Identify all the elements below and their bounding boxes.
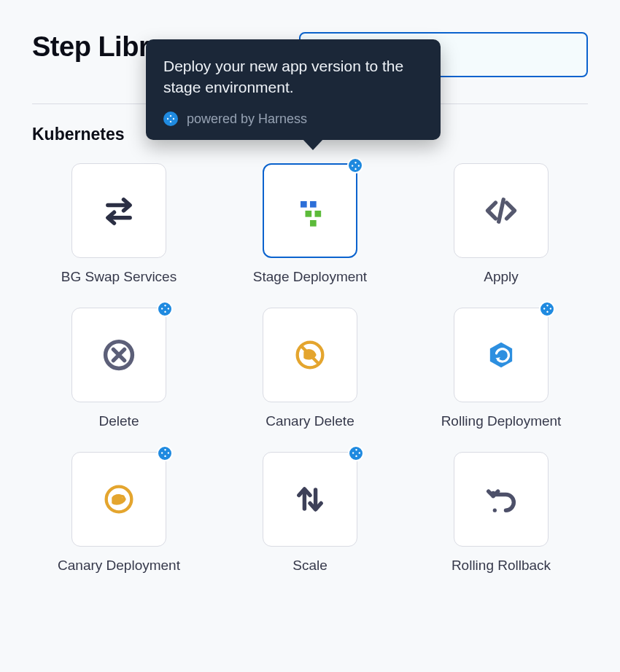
svg-rect-0 [354, 162, 356, 164]
tooltip-text: Deploy your new app version to the stage… [163, 55, 423, 98]
harness-badge-icon [157, 301, 173, 317]
step-card[interactable] [71, 163, 166, 258]
svg-rect-16 [546, 311, 548, 313]
step-card[interactable] [263, 452, 357, 547]
step-card[interactable] [71, 308, 166, 402]
step-card[interactable] [263, 163, 357, 258]
step-label: Scale [292, 557, 328, 574]
step-label: Apply [484, 268, 519, 286]
step-card[interactable] [454, 163, 549, 258]
tooltip-arrow-icon [302, 138, 324, 150]
rollback-icon [481, 479, 522, 520]
harness-badge-icon [157, 445, 173, 461]
step-label: Rolling Deployment [441, 413, 562, 430]
svg-rect-30 [170, 115, 172, 117]
svg-rect-8 [310, 220, 317, 227]
step-card[interactable] [71, 452, 166, 547]
svg-rect-21 [161, 452, 163, 454]
step-label: Rolling Rollback [452, 557, 551, 574]
canary-icon [98, 479, 139, 520]
svg-rect-25 [354, 449, 357, 451]
step-item-rolling-deployment: Rolling Deployment [414, 308, 588, 430]
step-item-canary-deployment: Canary Deployment [32, 452, 206, 574]
svg-rect-18 [549, 308, 551, 310]
svg-rect-32 [167, 118, 168, 120]
grid-icon [290, 190, 330, 231]
circle-x-icon [98, 335, 139, 375]
svg-rect-15 [546, 305, 548, 307]
svg-rect-28 [358, 452, 360, 454]
step-card[interactable] [454, 308, 549, 402]
svg-rect-7 [315, 211, 322, 217]
svg-rect-1 [354, 168, 356, 170]
step-library-page: Step Library Kubernetes BG Swap Services [0, 0, 620, 574]
step-item-scale: Scale [223, 452, 397, 574]
svg-rect-19 [163, 449, 166, 451]
step-item-delete: Delete [32, 308, 206, 430]
svg-rect-31 [170, 121, 172, 122]
svg-rect-12 [167, 308, 169, 310]
harness-badge-icon [163, 112, 178, 126]
svg-rect-17 [543, 308, 546, 310]
svg-rect-27 [352, 452, 354, 454]
svg-rect-5 [310, 201, 317, 208]
canary-delete-icon [290, 335, 330, 375]
svg-rect-3 [357, 164, 360, 166]
svg-rect-26 [354, 455, 357, 457]
svg-point-29 [493, 508, 497, 512]
step-grid: BG Swap Services Stage Deploym [32, 163, 588, 574]
svg-rect-4 [301, 201, 307, 208]
step-item-rolling-rollback: Rolling Rollback [414, 452, 588, 574]
svg-point-24 [121, 496, 123, 499]
step-item-canary-delete: Canary Delete [223, 308, 397, 430]
svg-rect-22 [167, 452, 169, 454]
harness-badge-icon [539, 301, 555, 317]
rolling-icon [481, 335, 522, 375]
svg-rect-33 [173, 118, 174, 120]
svg-rect-2 [352, 164, 354, 166]
step-label: Canary Deployment [58, 557, 180, 574]
harness-badge-icon [348, 445, 364, 461]
harness-badge-icon [347, 157, 363, 173]
tooltip-powered-by: powered by Harness [187, 112, 307, 127]
step-item-bg-swap-services: BG Swap Services [32, 163, 206, 286]
step-label: Delete [99, 413, 139, 430]
step-label: Canary Delete [266, 413, 354, 430]
svg-rect-10 [163, 311, 166, 313]
svg-rect-6 [306, 211, 312, 217]
svg-rect-9 [163, 305, 166, 307]
tooltip-footer: powered by Harness [163, 112, 423, 127]
svg-rect-11 [161, 308, 163, 310]
svg-rect-20 [163, 455, 166, 457]
step-card[interactable] [263, 308, 357, 402]
step-item-apply: Apply [414, 163, 588, 286]
swap-icon [98, 190, 139, 231]
step-label: Stage Deployment [253, 268, 367, 286]
step-card[interactable] [454, 452, 549, 547]
code-icon [481, 190, 522, 231]
stage-deployment-tooltip: Deploy your new app version to the stage… [146, 39, 441, 140]
scale-icon [290, 479, 330, 520]
step-item-stage-deployment: Stage Deployment [223, 163, 397, 286]
step-label: BG Swap Services [61, 268, 177, 286]
